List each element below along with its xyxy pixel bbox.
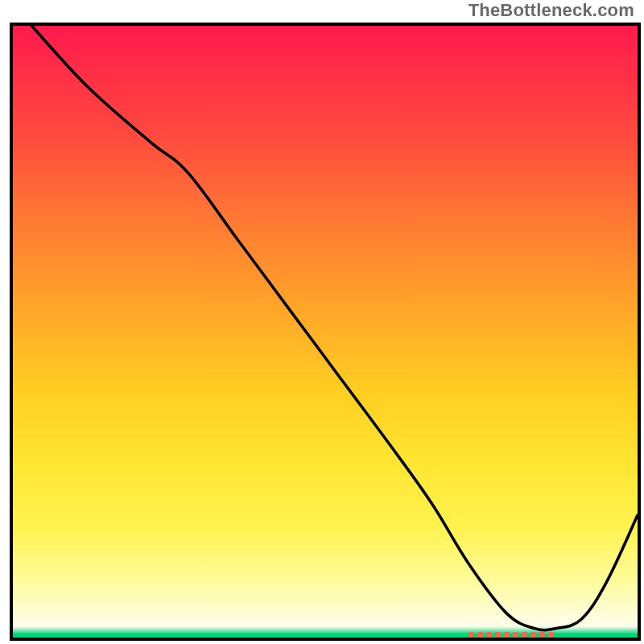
curve-path bbox=[31, 26, 638, 630]
chart-stage: TheBottleneck.com bbox=[0, 0, 644, 644]
watermark-text: TheBottleneck.com bbox=[469, 0, 634, 21]
trough-dotted-marker bbox=[469, 627, 562, 634]
trough-dot bbox=[504, 632, 510, 638]
trough-dot bbox=[486, 632, 492, 638]
trough-dot bbox=[513, 632, 518, 638]
trough-dot bbox=[530, 632, 536, 638]
trough-dot bbox=[548, 632, 554, 638]
bottleneck-curve bbox=[13, 26, 638, 638]
trough-dot bbox=[477, 632, 483, 638]
trough-dot bbox=[495, 632, 501, 638]
trough-dot bbox=[539, 632, 545, 638]
trough-dot bbox=[469, 632, 474, 638]
trough-dot bbox=[522, 632, 527, 638]
plot-frame bbox=[10, 23, 641, 641]
